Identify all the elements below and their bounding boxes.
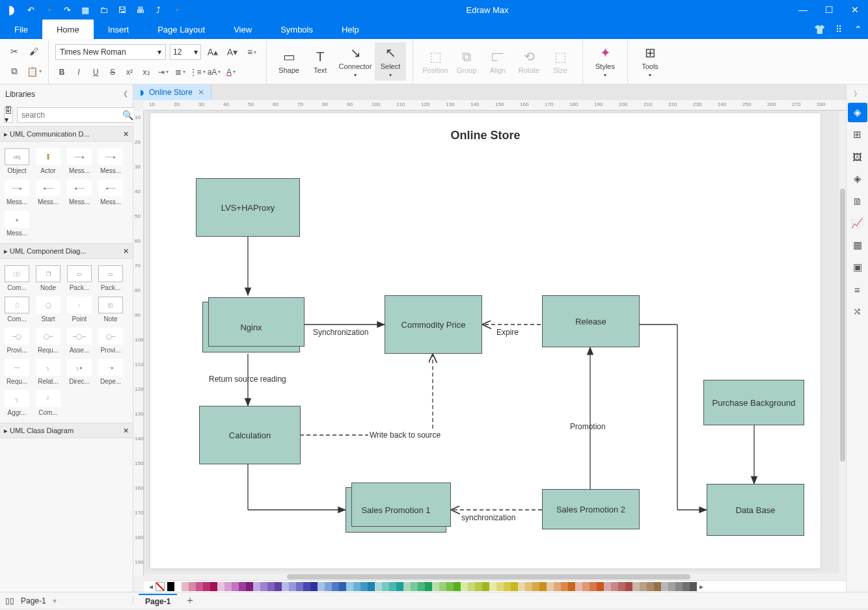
color-swatch[interactable] (282, 582, 289, 591)
chart-icon[interactable]: 📈 (848, 213, 867, 233)
lib-node[interactable]: ❐Node (33, 263, 64, 294)
color-swatch[interactable] (368, 582, 375, 591)
color-swatch[interactable] (217, 582, 224, 591)
indent-icon[interactable]: ⇥ (157, 66, 170, 79)
rotate-tool[interactable]: ⟲Rotate (513, 46, 545, 77)
image-icon[interactable]: 🖼 (848, 147, 867, 166)
text-tool[interactable]: TText (305, 47, 336, 77)
decrease-font-icon[interactable]: A▾ (224, 44, 240, 60)
lib-required-2[interactable]: ─▫Requ... (1, 356, 33, 388)
lib-required[interactable]: ◯─Requ... (33, 325, 64, 356)
case-icon[interactable]: aA (208, 66, 221, 79)
lib-aggregation[interactable]: ┐Aggr... (1, 388, 33, 419)
lib-component[interactable]: ⎕⎕Com... (1, 263, 33, 294)
color-swatch[interactable] (275, 582, 282, 591)
close-button[interactable]: ✕ (842, 0, 868, 20)
add-page-button[interactable]: ＋ (185, 594, 195, 607)
color-swatch[interactable] (346, 582, 353, 591)
undo-icon[interactable]: ↶ (22, 1, 39, 18)
page-tab-1[interactable]: Page-1 (139, 594, 177, 608)
superscript-icon[interactable]: x² (123, 66, 136, 79)
color-swatch[interactable] (353, 582, 360, 591)
font-size-select[interactable]: 12▾ (170, 44, 201, 60)
color-swatch[interactable] (432, 582, 439, 591)
color-swatch[interactable] (196, 582, 203, 591)
styles-tool[interactable]: ✦Styles▾ (590, 42, 621, 81)
no-color[interactable] (156, 582, 165, 591)
tools-tool[interactable]: ⊞Tools▾ (634, 42, 666, 81)
lib-relation[interactable]: ┐Relat... (33, 356, 64, 388)
strike-icon[interactable]: S (106, 66, 119, 79)
color-swatch[interactable] (489, 582, 496, 591)
color-swatch[interactable] (332, 582, 339, 591)
color-swatch[interactable] (260, 582, 267, 591)
lib-message-6[interactable]: ◂──Mess... (95, 177, 126, 208)
color-swatch[interactable] (375, 582, 382, 591)
color-swatch[interactable] (590, 582, 597, 591)
color-swatch[interactable] (690, 582, 697, 591)
page-select[interactable]: Page-1 (21, 596, 46, 605)
color-swatch[interactable] (625, 582, 632, 591)
line-spacing-icon[interactable]: ≡ (244, 44, 260, 60)
color-swatch[interactable] (575, 582, 582, 591)
color-swatch[interactable] (482, 582, 489, 591)
color-swatch[interactable] (360, 582, 368, 591)
color-swatch[interactable] (203, 582, 210, 591)
underline-icon[interactable]: U (89, 66, 102, 79)
color-swatch[interactable] (461, 582, 468, 591)
lib-package-2[interactable]: ▭Pack... (95, 263, 126, 294)
color-swatch[interactable] (289, 582, 296, 591)
node-calculation[interactable]: Calculation (199, 406, 301, 464)
color-swatch[interactable] (568, 582, 575, 591)
distribute-icon[interactable]: ≡ (848, 280, 867, 299)
color-swatch[interactable] (661, 582, 668, 591)
paste-icon[interactable]: 📋 (26, 64, 42, 79)
color-swatch[interactable] (303, 582, 310, 591)
menu-symbols[interactable]: Symbols (266, 20, 327, 39)
color-swatch[interactable] (675, 582, 683, 591)
color-swatch[interactable] (618, 582, 625, 591)
lib-message-7[interactable]: ▴Mess... (1, 208, 33, 239)
close-tab-icon[interactable]: ✕ (198, 88, 204, 97)
color-swatch[interactable] (174, 582, 182, 591)
color-swatch[interactable] (232, 582, 239, 591)
redo-icon[interactable]: ↷ (59, 1, 75, 18)
shuffle-icon[interactable]: ⤭ (848, 302, 867, 321)
color-swatch[interactable] (267, 582, 275, 591)
lib-point[interactable]: ▫Point (64, 294, 95, 325)
menu-file[interactable]: File (0, 20, 42, 39)
layers-icon[interactable]: ◈ (848, 169, 867, 189)
node-release[interactable]: Release (542, 295, 640, 347)
node-purchase[interactable]: Purchase Background (703, 380, 804, 425)
lib-direction[interactable]: ┐▸Direc... (64, 356, 95, 388)
connector-tool[interactable]: ↘Connector▾ (336, 42, 375, 81)
collapse-right-icon[interactable]: 》 (847, 87, 868, 100)
color-swatch[interactable] (654, 582, 661, 591)
lib-object[interactable]: objObject (1, 146, 33, 177)
color-swatch[interactable] (425, 582, 432, 591)
menu-home[interactable]: Home (42, 20, 94, 39)
new-icon[interactable]: ▦ (77, 1, 94, 18)
color-swatch[interactable] (446, 582, 454, 591)
lib-start[interactable]: ◯Start (33, 294, 64, 325)
color-swatch[interactable] (597, 582, 604, 591)
color-swatch[interactable] (389, 582, 396, 591)
color-swatch[interactable] (411, 582, 418, 591)
color-swatch[interactable] (167, 582, 174, 591)
font-family-select[interactable]: Times New Roman▾ (55, 44, 166, 60)
color-swatch[interactable] (504, 582, 511, 591)
color-swatch[interactable] (525, 582, 532, 591)
lib-note[interactable]: ◰Note (95, 294, 126, 325)
color-swatch[interactable] (640, 582, 647, 591)
color-swatch[interactable] (253, 582, 260, 591)
color-swatch[interactable] (561, 582, 568, 591)
node-sp1[interactable]: Sales Promotion 1 (346, 487, 446, 533)
section-uml-component[interactable]: ▸ UML Component Diag...✕ (0, 243, 133, 259)
lib-provided[interactable]: ─◯Provi... (1, 325, 33, 356)
library-dropdown[interactable]: 🗄▾ (4, 107, 13, 123)
color-swatch[interactable] (532, 582, 539, 591)
color-swatch[interactable] (339, 582, 346, 591)
color-swatch[interactable] (554, 582, 561, 591)
color-swatch[interactable] (418, 582, 425, 591)
color-swatch[interactable] (310, 582, 318, 591)
